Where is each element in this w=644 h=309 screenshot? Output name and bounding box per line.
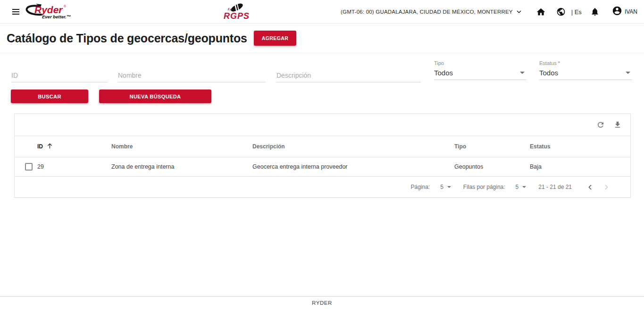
dropdown-caret-icon	[520, 72, 525, 74]
rows-per-page-label: Filas por página:	[463, 184, 505, 190]
menu-icon[interactable]	[12, 9, 19, 15]
chevron-down-icon	[515, 8, 523, 16]
nombre-field	[118, 70, 266, 82]
ryder-wordmark: Ryder	[34, 4, 63, 15]
topbar-actions: (GMT-06: 00) GUADALAJARA, CIUDAD DE MÉXI…	[341, 0, 637, 24]
next-page-icon[interactable]	[602, 183, 611, 191]
id-field	[11, 70, 108, 82]
rows-per-page-select[interactable]: 5	[516, 184, 527, 190]
table-pagination: Página: 5 Filas por página: 5 21 - 21 de…	[15, 176, 630, 197]
user-menu[interactable]: IVAN	[612, 6, 637, 18]
tipo-select-label: Tipo	[434, 60, 527, 66]
estatus-select[interactable]: Estatus * Todos	[539, 60, 632, 80]
new-search-button[interactable]: NUEVA BÚSQUEDA	[99, 89, 211, 103]
column-header-id-label: ID	[37, 143, 43, 150]
ryder-logo[interactable]: Ryder ® Ever better.™	[25, 3, 80, 22]
tipo-select[interactable]: Tipo Todos	[434, 60, 527, 80]
dropdown-caret-icon	[522, 186, 526, 188]
globe-icon[interactable]	[556, 7, 566, 16]
descripcion-field	[276, 70, 421, 82]
cell-descripcion: Geocerca entrega interna proveedor	[252, 163, 454, 170]
top-app-bar: Ryder ® Ever better.™ RGPS (GMT-06: 00) …	[0, 0, 644, 24]
cell-tipo: Geopuntos	[454, 163, 530, 170]
estatus-select-value: Todos	[539, 69, 558, 77]
nombre-input[interactable]	[118, 70, 266, 82]
cell-id: 29	[37, 163, 111, 170]
row-checkbox[interactable]	[25, 163, 33, 171]
refresh-icon[interactable]	[596, 121, 605, 129]
user-avatar-icon	[612, 6, 622, 18]
add-button[interactable]: AGREGAR	[254, 31, 296, 46]
rows-per-page-value: 5	[516, 184, 519, 190]
bell-icon[interactable]	[590, 7, 600, 16]
column-header-id[interactable]: ID	[37, 142, 111, 151]
rgps-wordmark: RGPS	[224, 11, 250, 21]
page-header: Catálogo de Tipos de geocercas/geopuntos…	[0, 24, 644, 53]
column-header-descripcion[interactable]: Descripción	[252, 143, 454, 150]
page-select[interactable]: 5	[440, 184, 451, 190]
download-icon[interactable]	[613, 121, 622, 129]
table-header-row: ID Nombre Descripción Tipo Estatus	[15, 136, 630, 157]
results-table: ID Nombre Descripción Tipo Estatus 29 Zo…	[14, 114, 631, 198]
home-icon[interactable]	[536, 7, 546, 17]
column-header-tipo[interactable]: Tipo	[454, 143, 530, 150]
estatus-select-label: Estatus *	[539, 60, 632, 66]
timezone-selector[interactable]: (GMT-06: 00) GUADALAJARA, CIUDAD DE MÉXI…	[341, 8, 523, 16]
id-input[interactable]	[11, 70, 108, 82]
dropdown-caret-icon	[626, 72, 630, 74]
tipo-select-value: Todos	[434, 69, 453, 77]
page-label: Página:	[410, 184, 430, 190]
column-header-estatus[interactable]: Estatus	[530, 143, 630, 150]
language-label[interactable]: | Es	[571, 8, 582, 16]
ryder-registered-mark: ®	[64, 5, 67, 8]
page-title: Catálogo de Tipos de geocercas/geopuntos	[7, 32, 247, 45]
search-button[interactable]: BUSCAR	[11, 89, 88, 103]
sort-ascending-icon	[46, 142, 53, 151]
dropdown-caret-icon	[447, 186, 451, 188]
descripcion-input[interactable]	[276, 70, 421, 82]
table-toolbar	[15, 114, 630, 136]
pagination-range: 21 - 21 de 21	[538, 184, 572, 190]
ryder-tagline: Ever better.™	[42, 14, 71, 19]
table-row[interactable]: 29 Zona de entrega interna Geocerca entr…	[15, 157, 630, 176]
cell-estatus: Baja	[530, 163, 630, 170]
filter-bar: Tipo Todos Estatus * Todos	[0, 53, 644, 89]
cell-nombre: Zona de entrega interna	[111, 163, 252, 170]
timezone-text: (GMT-06: 00) GUADALAJARA, CIUDAD DE MÉXI…	[341, 9, 513, 15]
rgps-logo: RGPS	[220, 1, 251, 24]
page-select-value: 5	[440, 184, 443, 190]
column-header-nombre[interactable]: Nombre	[111, 143, 252, 150]
user-name: IVAN	[625, 8, 637, 15]
page-footer: RYDER	[0, 296, 644, 309]
previous-page-icon[interactable]	[586, 183, 594, 191]
footer-brand-text: RYDER	[312, 300, 332, 306]
